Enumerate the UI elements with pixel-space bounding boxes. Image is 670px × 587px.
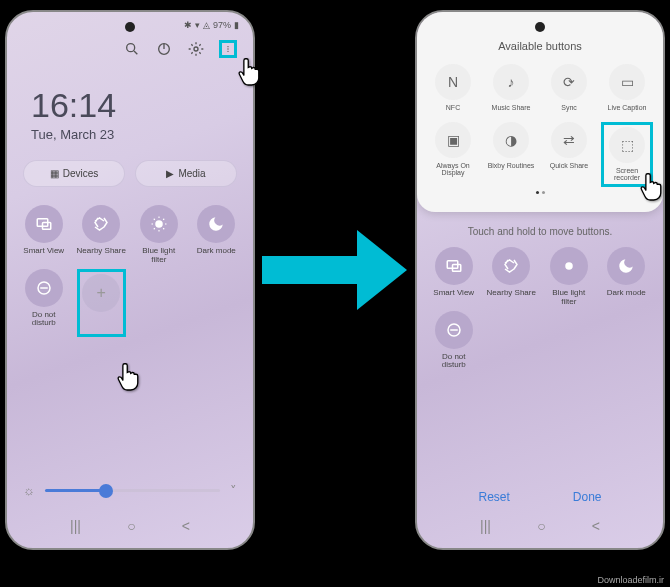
ptile-aod[interactable]: ▣Always On Display [427,122,479,187]
tile-add[interactable]: + [77,269,127,337]
svg-point-10 [155,220,163,228]
ptile-nfc[interactable]: NNFC [427,64,479,112]
ptile-sync[interactable]: ⟳Sync [543,64,595,112]
available-grid: NNFC ♪Music Share ⟳Sync ▭Live Caption ▣A… [427,64,653,187]
nav-recent[interactable]: ||| [480,518,491,534]
nav-back[interactable]: < [592,518,600,534]
tile-label: Blue light filter [134,247,184,265]
tile-dnd[interactable]: Do not disturb [429,311,479,371]
dnd-icon [435,311,473,349]
tile-dark-mode[interactable]: Dark mode [192,205,242,265]
battery-text: 97% [213,20,231,30]
ptile-label: Live Caption [608,104,647,112]
available-panel: Available buttons NNFC ♪Music Share ⟳Syn… [417,12,663,212]
svg-point-6 [227,48,228,49]
svg-point-15 [565,262,573,270]
ptile-screen-recorder[interactable]: ⬚Screen recorder [601,122,653,187]
ptile-live-caption[interactable]: ▭Live Caption [601,64,653,112]
tile-label: Nearby Share [77,247,126,263]
tile-nearby-share[interactable]: Nearby Share [487,247,537,307]
add-icon: + [82,274,120,312]
devices-label: Devices [63,168,99,179]
ptile-label: Bixby Routines [488,162,535,170]
settings-icon[interactable] [187,40,205,58]
search-icon[interactable] [123,40,141,58]
smart-view-icon [25,205,63,243]
quick-tiles-right: Smart View Nearby Share Blue light filte… [417,243,663,380]
tile-nearby-share[interactable]: Nearby Share [77,205,127,265]
tile-label: Dark mode [607,289,646,305]
bixby-icon: ◑ [493,122,529,158]
done-button[interactable]: Done [573,490,602,504]
ptile-label: Always On Display [427,162,479,177]
blue-light-icon [140,205,178,243]
tile-dnd[interactable]: Do not disturb [19,269,69,337]
tile-label: Dark mode [197,247,236,263]
top-toolbar [7,32,253,66]
devices-icon: ▦ [50,168,59,179]
media-button[interactable]: ▶ Media [135,160,237,187]
camera-notch [535,22,545,32]
dark-mode-icon [607,247,645,285]
music-share-icon: ♪ [493,64,529,100]
brightness-slider[interactable]: ☼ ˅ [23,483,237,498]
devices-button[interactable]: ▦ Devices [23,160,125,187]
tile-smart-view[interactable]: Smart View [19,205,69,265]
ptile-music-share[interactable]: ♪Music Share [485,64,537,112]
nav-back[interactable]: < [182,518,190,534]
arrow-indicator [262,230,412,310]
brightness-expand-icon[interactable]: ˅ [230,483,237,498]
screen-recorder-icon: ⬚ [609,127,645,163]
tile-empty [134,269,184,337]
tile-label: Smart View [23,247,64,263]
shortcut-row: ▦ Devices ▶ Media [7,152,253,195]
watermark: Downloadefilm.ir [597,575,664,585]
tile-empty [192,269,242,337]
aod-icon: ▣ [435,122,471,158]
ptile-label: Quick Share [550,162,589,170]
ptile-label: Sync [561,104,577,112]
dnd-icon [25,269,63,307]
tile-dark-mode[interactable]: Dark mode [602,247,652,307]
slider-track[interactable] [45,489,220,492]
reset-button[interactable]: Reset [478,490,509,504]
quick-share-icon: ⇄ [551,122,587,158]
nav-bar: ||| ○ < [417,512,663,540]
phone-right: Available buttons NNFC ♪Music Share ⟳Syn… [415,10,665,550]
tile-blue-light[interactable]: Blue light filter [134,205,184,265]
ptile-label: Screen recorder [606,167,648,182]
tile-label: Blue light filter [544,289,594,307]
battery-icon: ▮ [234,20,239,30]
media-icon: ▶ [166,168,174,179]
tile-blue-light[interactable]: Blue light filter [544,247,594,307]
tile-label: Do not disturb [429,353,479,371]
hint-text: Touch and hold to move buttons. [417,212,663,243]
nav-home[interactable]: ○ [537,518,545,534]
ptile-quick-share[interactable]: ⇄Quick Share [543,122,595,187]
sync-icon: ⟳ [551,64,587,100]
nfc-icon: N [435,64,471,100]
quick-tiles: Smart View Nearby Share Blue light filte… [7,195,253,347]
tile-label: Do not disturb [19,311,69,329]
dark-mode-icon [197,205,235,243]
tile-label: Smart View [433,289,474,305]
tile-label: Nearby Share [487,289,536,305]
wifi-icon: ▾ [195,20,200,30]
slider-fill [45,489,106,492]
ptile-label: Music Share [492,104,531,112]
nav-bar: ||| ○ < [7,512,253,540]
signal-icon: ◬ [203,20,210,30]
svg-point-4 [194,47,198,51]
panel-title: Available buttons [427,40,653,52]
nav-recent[interactable]: ||| [70,518,81,534]
power-icon[interactable] [155,40,173,58]
ptile-bixby[interactable]: ◑Bixby Routines [485,122,537,187]
smart-view-icon [435,247,473,285]
phone-left: ✱ ▾ ◬ 97% ▮ 16:14 Tue, March 23 ▦ Device… [5,10,255,550]
svg-line-1 [134,51,137,54]
more-icon[interactable] [219,40,237,58]
clock-date: Tue, March 23 [31,127,229,142]
nav-home[interactable]: ○ [127,518,135,534]
tile-smart-view[interactable]: Smart View [429,247,479,307]
slider-thumb[interactable] [99,484,113,498]
